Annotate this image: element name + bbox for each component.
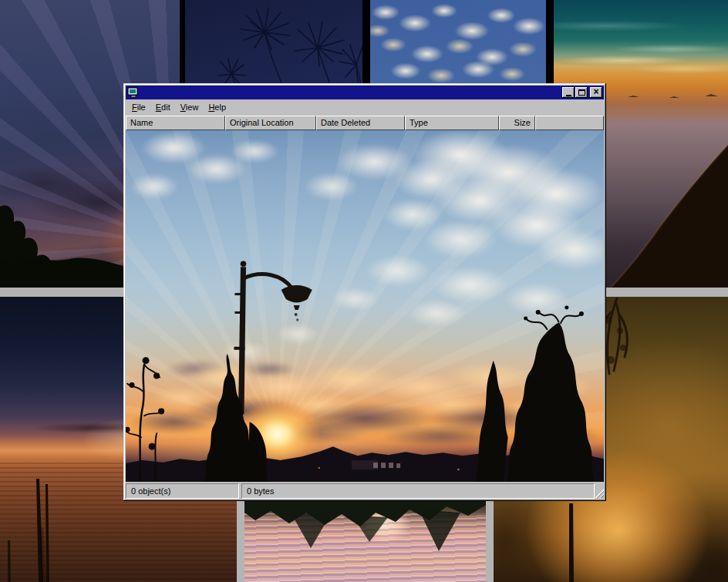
column-headers: Name Original Location Date Deleted Type… xyxy=(126,116,604,130)
menu-bar: File Edit View Help xyxy=(126,99,604,116)
folder-view-background-photo[interactable] xyxy=(126,130,604,482)
maximize-button[interactable] xyxy=(575,87,588,98)
column-header-blank[interactable] xyxy=(535,116,604,130)
status-byte-count: 0 bytes xyxy=(241,483,595,499)
desktop-collage: × File Edit View Help Name Original Loca… xyxy=(0,0,728,582)
minimize-button[interactable] xyxy=(562,87,575,98)
column-header-type[interactable]: Type xyxy=(405,116,499,130)
title-bar[interactable]: × xyxy=(126,86,604,99)
resize-grip[interactable] xyxy=(595,489,604,498)
menu-view[interactable]: View xyxy=(176,101,204,114)
close-button[interactable]: × xyxy=(590,87,602,98)
minimize-icon xyxy=(566,95,571,96)
column-header-name[interactable]: Name xyxy=(126,116,225,130)
menu-edit[interactable]: Edit xyxy=(151,101,176,114)
street-lamp-silhouette xyxy=(234,261,312,414)
recycle-bin-window: × File Edit View Help Name Original Loca… xyxy=(123,83,606,501)
right-trees-silhouette xyxy=(475,306,594,482)
column-header-size[interactable]: Size xyxy=(499,116,535,130)
menu-help[interactable]: Help xyxy=(204,101,231,114)
maximize-icon xyxy=(578,89,585,96)
menu-file[interactable]: File xyxy=(127,101,151,114)
column-header-date-deleted[interactable]: Date Deleted xyxy=(316,116,405,130)
status-object-count: 0 object(s) xyxy=(126,483,239,499)
status-bar: 0 object(s) 0 bytes xyxy=(126,483,604,499)
computer-icon[interactable] xyxy=(127,87,140,98)
cypress-tree-silhouette xyxy=(204,354,268,482)
foreground-silhouettes xyxy=(126,130,604,482)
column-header-original-location[interactable]: Original Location xyxy=(225,116,316,130)
